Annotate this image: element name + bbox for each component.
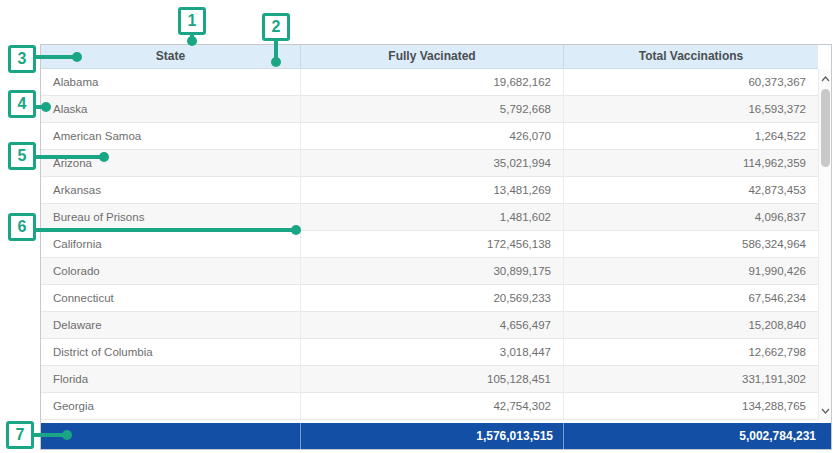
fully-vaccinated-cell: 172,456,138 [300,231,563,257]
state-cell: Delaware [41,312,300,338]
state-cell: Colorado [41,258,300,284]
fully-vaccinated-cell: 426,070 [300,123,563,149]
chevron-down-icon [821,408,830,414]
annotated-table-screenshot: State Fully Vacinated Total Vaccinations… [0,0,833,453]
table-row[interactable]: Alabama19,682,16260,373,367 [41,69,818,96]
fully-vaccinated-cell: 5,792,668 [300,96,563,122]
state-cell: California [41,231,300,257]
fully-vaccinated-cell: 1,481,602 [300,204,563,230]
state-cell: American Samoa [41,123,300,149]
annotation-dot-5 [99,152,109,162]
scroll-down-button[interactable] [819,403,832,418]
state-cell: Florida [41,366,300,392]
scrollbar-thumb[interactable] [821,89,830,167]
table-row[interactable]: Georgia42,754,302134,288,765 [41,393,818,420]
scroll-up-button[interactable] [819,71,832,86]
annotation-dot-7 [62,430,72,440]
state-cell: Alabama [41,69,300,95]
table-row[interactable]: American Samoa426,0701,264,522 [41,123,818,150]
chevron-up-icon [821,76,830,82]
fully-vaccinated-cell: 42,754,302 [300,393,563,419]
state-cell: Arizona [41,150,300,176]
annotation-line-5 [34,155,104,159]
fully-vaccinated-cell: 19,682,162 [300,69,563,95]
total-vaccinations-cell: 114,962,359 [563,150,818,176]
table-body: Alabama19,682,16260,373,367Alaska5,792,6… [41,69,818,420]
vaccination-table: State Fully Vacinated Total Vaccinations… [40,44,832,450]
annotation-dot-1 [187,36,197,46]
summary-fully-vaccinated-cell: 1,576,013,515 [300,423,563,449]
state-cell: Arkansas [41,177,300,203]
total-vaccinations-cell: 586,324,964 [563,231,818,257]
state-cell: Bureau of Prisons [41,204,300,230]
column-header-total-vaccinations[interactable]: Total Vaccinations [563,45,818,68]
annotation-marker-7: 7 [6,421,34,449]
table-row[interactable]: Delaware4,656,49715,208,840 [41,312,818,339]
total-vaccinations-cell: 16,593,372 [563,96,818,122]
fully-vaccinated-cell: 35,021,994 [300,150,563,176]
annotation-dot-6 [291,225,301,235]
vertical-scrollbar[interactable] [818,69,831,420]
annotation-dot-4 [41,102,51,112]
table-row[interactable]: Bureau of Prisons1,481,6024,096,837 [41,204,818,231]
total-vaccinations-cell: 331,191,302 [563,366,818,392]
total-vaccinations-cell: 67,546,234 [563,285,818,311]
annotation-marker-4: 4 [8,90,36,118]
total-vaccinations-cell: 12,662,798 [563,339,818,365]
state-cell: Alaska [41,96,300,122]
table-row[interactable]: District of Columbia3,018,44712,662,798 [41,339,818,366]
table-row[interactable]: Colorado30,899,17591,990,426 [41,258,818,285]
total-vaccinations-cell: 1,264,522 [563,123,818,149]
summary-total-vaccinations-cell: 5,002,784,231 [563,423,831,449]
fully-vaccinated-cell: 3,018,447 [300,339,563,365]
annotation-line-3 [34,55,77,59]
total-vaccinations-cell: 91,990,426 [563,258,818,284]
total-vaccinations-cell: 134,288,765 [563,393,818,419]
state-cell: Connecticut [41,285,300,311]
fully-vaccinated-cell: 105,128,451 [300,366,563,392]
table-row[interactable]: Florida105,128,451331,191,302 [41,366,818,393]
annotation-dot-2 [271,57,281,67]
state-cell: District of Columbia [41,339,300,365]
table-row[interactable]: Arkansas13,481,26942,873,453 [41,177,818,204]
annotation-marker-5: 5 [8,142,36,170]
table-header: State Fully Vacinated Total Vaccinations [41,45,818,69]
total-vaccinations-cell: 42,873,453 [563,177,818,203]
fully-vaccinated-cell: 20,569,233 [300,285,563,311]
state-cell: Georgia [41,393,300,419]
column-header-fully-vaccinated[interactable]: Fully Vacinated [300,45,563,68]
annotation-line-6 [34,228,296,232]
table-row[interactable]: Alaska5,792,66816,593,372 [41,96,818,123]
summary-state-cell [41,423,300,449]
annotation-marker-1: 1 [178,7,206,35]
fully-vaccinated-cell: 4,656,497 [300,312,563,338]
table-row[interactable]: Connecticut20,569,23367,546,234 [41,285,818,312]
annotation-dot-3 [72,52,82,62]
annotation-marker-2: 2 [262,13,290,41]
fully-vaccinated-cell: 13,481,269 [300,177,563,203]
table-row[interactable]: California172,456,138586,324,964 [41,231,818,258]
annotation-marker-3: 3 [8,45,36,73]
fully-vaccinated-cell: 30,899,175 [300,258,563,284]
summary-row: 1,576,013,515 5,002,784,231 [41,423,831,449]
total-vaccinations-cell: 15,208,840 [563,312,818,338]
total-vaccinations-cell: 4,096,837 [563,204,818,230]
table-row[interactable]: Arizona35,021,994114,962,359 [41,150,818,177]
annotation-marker-6: 6 [8,213,36,241]
total-vaccinations-cell: 60,373,367 [563,69,818,95]
